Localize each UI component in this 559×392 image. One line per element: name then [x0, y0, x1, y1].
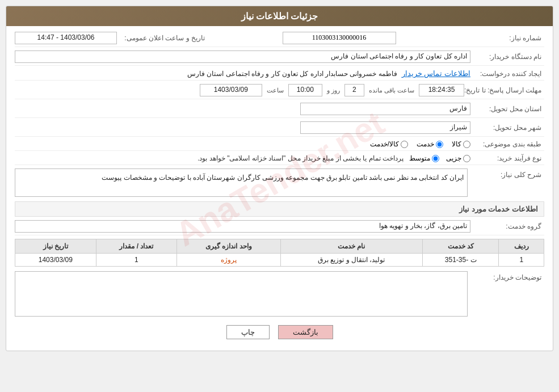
- sharh-value: ایران کد انتخابی مد نظر نمی باشد تامین ت…: [15, 168, 468, 197]
- tabaqe-label: طبقه بندی موضوعی:: [470, 140, 544, 148]
- col-code: کد خدمت: [422, 239, 499, 254]
- col-unit: واحد اندازه گیری: [177, 239, 281, 254]
- navae-motavaset: متوسط: [409, 154, 439, 162]
- mohlat-date: 1403/03/09: [200, 84, 262, 96]
- col-quantity: تعداد / مقدار: [96, 239, 176, 254]
- tabaqe-kala-khadamat-radio[interactable]: [401, 141, 408, 148]
- col-date: تاریخ نیاز: [15, 239, 96, 254]
- tabaqe-kala-label: کالا: [452, 140, 461, 148]
- tozihat-label: توضیحات خریدار:: [470, 271, 544, 281]
- service-table: ردیف کد خدمت نام خدمت واحد اندازه گیری ت…: [15, 239, 544, 267]
- buttons-row: بازگشت چاپ: [15, 325, 544, 339]
- navae-jozi-label: جزیی: [446, 154, 461, 162]
- row-sharh: شرح کلی نیاز: ایران کد انتخابی مد نظر نم…: [15, 168, 544, 197]
- grouh-value: تامین برق، گاز، بخار و تهویه هوا: [15, 220, 470, 233]
- row-mohlat: مهلت ارسال پاسخ: تا تاریخ: 1403/03/09 سا…: [15, 84, 544, 99]
- tabaqe-khadamat-radio[interactable]: [436, 141, 443, 148]
- dastgah-value: اداره کل تعاون کار و رفاه اجتماعی استان …: [15, 50, 470, 63]
- row-tozihat: توضیحات خریدار:: [15, 271, 544, 317]
- row-navae: نوع فرآیند خرید: جزیی متوسط پرداخت تمام …: [15, 154, 544, 165]
- table-head: ردیف کد خدمت نام خدمت واحد اندازه گیری ت…: [15, 239, 544, 254]
- navae-jozi-radio[interactable]: [463, 155, 470, 162]
- row-shomara: شماره نیاز: 1103003130000016 تاریخ و ساع…: [15, 32, 544, 47]
- ostan-value: فارس: [300, 103, 470, 115]
- grouh-label: گروه خدمت:: [470, 222, 544, 230]
- navae-motavaset-radio[interactable]: [432, 155, 439, 162]
- cell-quantity: 1: [96, 254, 176, 267]
- mohlat-day-label: روز و: [327, 87, 340, 94]
- cell-name: تولید، انتقال و توزیع برق: [280, 254, 422, 267]
- row-tabaqe: طبقه بندی موضوعی: کالا خدمت کالا/خدمت: [15, 140, 544, 151]
- navae-jozi: جزیی: [446, 154, 470, 162]
- tabaqe-kala-khadamat: کالا/خدمت: [370, 140, 408, 148]
- card-body: شماره نیاز: 1103003130000016 تاریخ و ساع…: [6, 26, 553, 351]
- mohlat-time: 10:00: [288, 84, 322, 96]
- tarikh-value: 1403/03/06 - 14:47: [15, 32, 117, 44]
- navae-label: نوع فرآیند خرید:: [470, 154, 544, 162]
- tarikh-label: تاریخ و ساعت اعلان عمومی:: [117, 34, 208, 42]
- ij-link[interactable]: اطلاعات تماس خریدار: [402, 69, 470, 78]
- dastgah-label: نام دستگاه خریدار:: [470, 53, 544, 61]
- tabaqe-khadamat: خدمت: [417, 140, 443, 148]
- mohlat-days: 2: [344, 84, 364, 96]
- shomara-label: شماره نیاز:: [470, 34, 544, 42]
- row-dastgah: نام دستگاه خریدار: اداره کل تعاون کار و …: [15, 50, 544, 66]
- table-body: 1 ت -35-351 تولید، انتقال و توزیع برق پر…: [15, 254, 544, 267]
- mohlat-remaining: 18:24:35: [419, 84, 464, 96]
- cell-radif: 1: [499, 254, 544, 267]
- shomara-value: 1103003130000016: [283, 32, 396, 44]
- table-header-row: ردیف کد خدمت نام خدمت واحد اندازه گیری ت…: [15, 239, 544, 254]
- main-card: AnaTender.net جزئیات اطلاعات نیاز شماره …: [6, 6, 553, 351]
- shahr-value: شیراز: [300, 121, 470, 134]
- row-ij-konanda: ایجاد کننده درخواست: اطلاعات تماس خریدار…: [15, 69, 544, 81]
- tabaqe-kala-radio[interactable]: [463, 141, 470, 148]
- tabaqe-kala: کالا: [452, 140, 470, 148]
- shahr-label: شهر محل تحویل:: [470, 124, 544, 132]
- back-button[interactable]: بازگشت: [278, 325, 333, 339]
- col-radif: ردیف: [499, 239, 544, 254]
- ij-value: فاطمه خسروانی حسابدار اداره کل تعاون کار…: [187, 70, 397, 78]
- print-button[interactable]: چاپ: [226, 325, 270, 339]
- page-container: AnaTender.net جزئیات اطلاعات نیاز شماره …: [0, 0, 559, 392]
- ij-label: ایجاد کننده درخواست:: [470, 70, 544, 78]
- tabaqe-kala-khadamat-label: کالا/خدمت: [370, 140, 399, 148]
- row-ostan: استان محل تحویل: فارس: [15, 103, 544, 118]
- row-grouh: گروه خدمت: تامین برق، گاز، بخار و تهویه …: [15, 220, 544, 235]
- sharh-label: شرح کلی نیاز:: [470, 168, 544, 179]
- ostan-label: استان محل تحویل:: [470, 105, 544, 113]
- card-header: جزئیات اطلاعات نیاز: [6, 6, 553, 26]
- mohlat-time-label: ساعت: [267, 87, 284, 94]
- col-name: نام خدمت: [280, 239, 422, 254]
- cell-date: 1403/03/09: [15, 254, 96, 267]
- tozihat-textarea[interactable]: [15, 271, 468, 317]
- mohlat-label: مهلت ارسال پاسخ: تا تاریخ:: [464, 86, 544, 94]
- row-shahr: شهر محل تحویل: شیراز: [15, 121, 544, 137]
- navae-motavaset-label: متوسط: [409, 154, 430, 162]
- navae-note: پرداخت تمام یا بخشی از مبلغ خریداز محل "…: [197, 154, 404, 162]
- cell-unit: پروژه: [177, 254, 281, 267]
- cell-code: ت -35-351: [422, 254, 499, 267]
- mohlat-remaining-label: ساعت باقی مانده: [369, 87, 414, 94]
- tabaqe-khadamat-label: خدمت: [417, 140, 434, 148]
- khadamat-section-title: اطلاعات خدمات مورد نیاز: [15, 201, 544, 217]
- header-title: جزئیات اطلاعات نیاز: [241, 11, 318, 21]
- table-row: 1 ت -35-351 تولید، انتقال و توزیع برق پر…: [15, 254, 544, 267]
